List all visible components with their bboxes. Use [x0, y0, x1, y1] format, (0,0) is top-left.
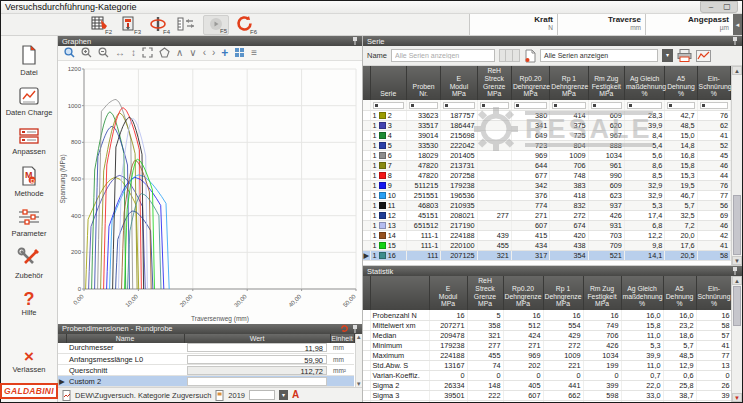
series-row-4[interactable]: 14390142156986497259678,415,041 [363, 130, 731, 140]
stress-strain-chart[interactable]: 0200400600800100012000,0010,0020,0030,00… [58, 61, 362, 324]
series-row-9[interactable]: 1951121517923834238360932,919,576 [363, 180, 731, 190]
column-filter[interactable] [667, 102, 694, 109]
stats-row-sigma-4[interactable]: Sigma 45266929780988379844,151,652 [363, 400, 731, 402]
stats-scrollbar[interactable]: ▲ ▼ [731, 276, 742, 402]
svg-text:50,00: 50,00 [342, 293, 357, 308]
column-filter[interactable] [552, 102, 585, 109]
grid-icon[interactable] [234, 47, 245, 60]
series-row-5[interactable]: 15335302220427238048885,414,852 [363, 140, 731, 150]
dimension-row-querschnitt[interactable]: Querschnitt112,72mm² [58, 365, 354, 376]
series-row-8[interactable]: 18478202072586777489908,515,344 [363, 170, 731, 180]
sidebar-item-parameter[interactable]: Parameter [1, 207, 57, 238]
series-row-12[interactable]: 1124515120802127727127242617,432,569 [363, 210, 731, 220]
dimensions-scrollbar[interactable]: ▲▼ [355, 334, 363, 388]
column-filter[interactable] [700, 102, 728, 109]
dimension-row-anfangsmesslänge-l0[interactable]: Anfangsmesslänge L059,90mm [58, 354, 354, 365]
sidebar-item-anpassen[interactable]: Anpassen [1, 127, 57, 156]
toolbar-button-F3[interactable]: F3 [116, 15, 142, 35]
filter-button-group[interactable] [499, 49, 520, 62]
toolbar-button-F5[interactable]: F5 [203, 15, 229, 35]
series-scope-dropdown[interactable]: Alle Serien anzeigen [540, 49, 658, 62]
dimension-value[interactable]: 59,90 [187, 355, 327, 364]
zoom-out-icon[interactable] [98, 47, 109, 60]
method-doc-icon: MD [19, 165, 39, 189]
stats-row-sigma-2[interactable]: Sigma 22633414840544139922,025,826 [363, 380, 731, 390]
series-row-16[interactable]: ▶11611120712532131735452114,120,558 [363, 250, 731, 260]
pan-horizontal-icon[interactable]: ↔ [115, 47, 125, 59]
series-row-3[interactable]: 133351718644734137562039,948,562 [363, 120, 731, 130]
stats-row-mittelwert-xm[interactable]: Mittelwert xm20727135851255474915,823,25… [363, 320, 731, 330]
file-status-icon [62, 390, 71, 401]
stats-row-maximum[interactable]: Maximum2241884559691009103439,948,577 [363, 350, 731, 360]
curve-report-icon[interactable] [696, 50, 711, 62]
series-color-swatch [379, 252, 386, 259]
series-row-14[interactable]: 114111-122418843941542070312,220,042 [363, 230, 731, 240]
sidebar-item-datei[interactable]: Datei [1, 44, 57, 77]
stats-row-sigma-3[interactable]: Sigma 33950122260766259833,038,739 [363, 390, 731, 400]
dimension-value[interactable]: 112,72 [187, 366, 327, 375]
series-row-10[interactable]: 11025155119653637641862332,946,777 [363, 190, 731, 200]
column-filter[interactable] [514, 102, 547, 109]
zoom-extents-icon[interactable] [142, 47, 153, 60]
left-icon[interactable]: ‹ [203, 47, 206, 59]
column-filter[interactable] [373, 102, 404, 109]
sidebar-item-zubehör[interactable]: Zubehör [1, 247, 57, 280]
column-filter[interactable] [409, 102, 438, 109]
dimension-row-durchmesser[interactable]: Durchmesser11,98mm [58, 343, 354, 354]
stats-row-median[interactable]: Median20947832142442970611,018,657 [363, 330, 731, 340]
stats-row-minimum[interactable]: Minimum1792382772712724265,35,741 [363, 340, 731, 350]
column-filter[interactable] [627, 102, 662, 109]
crosshair-icon[interactable]: + [221, 47, 228, 59]
column-filter[interactable] [443, 102, 474, 109]
quick-search-input[interactable] [249, 390, 275, 400]
series-row-2[interactable]: 123362318775738041460928,342,776 [363, 110, 731, 120]
open-file-path[interactable]: DEW\Zugversuch. Kategorie Zugversuch [75, 391, 211, 400]
minimize-button[interactable]: – [704, 2, 718, 12]
series-row-13[interactable]: 1136515122171906076749316,87,246 [363, 220, 731, 230]
zoom-icon[interactable] [64, 47, 75, 60]
stats-row-varian-koeffiz-[interactable]: Varian-Koeffiz.000000,70,60 [363, 370, 731, 380]
pin-icon[interactable] [352, 37, 358, 45]
series-row-15[interactable]: 115111-12201004554344387099,817,641 [363, 240, 731, 250]
up-icon[interactable]: ∧ [176, 47, 183, 59]
dimension-value[interactable] [187, 377, 327, 386]
dropdown-arrow-button[interactable]: ▾ [662, 49, 673, 62]
pin-icon[interactable] [732, 37, 738, 45]
sidebar-item-methode[interactable]: MDMethode [1, 165, 57, 198]
refresh-small-icon[interactable] [340, 324, 349, 333]
right-icon[interactable]: › [212, 47, 215, 59]
pin-icon[interactable] [352, 325, 358, 333]
new-series-icon[interactable] [524, 49, 536, 63]
dimension-value[interactable]: 11,98 [187, 343, 327, 352]
column-filter[interactable] [591, 102, 622, 109]
zoom-in-icon[interactable] [81, 47, 92, 60]
sidebar-item-verlassen[interactable]: × Verlassen [1, 349, 57, 374]
legend-icon[interactable]: ≡ [251, 47, 257, 59]
series-row-11[interactable]: 111468032109357748329375,35,756 [363, 200, 731, 210]
toolbar-button-F4[interactable]: F4 [145, 15, 171, 35]
series-row-6[interactable]: 1618029201405969100910345,616,845 [363, 150, 731, 160]
stats-row-probenzahl-n[interactable]: Probenzahl N16516161616,016,016 [363, 310, 731, 320]
year-label[interactable]: 2019 [228, 391, 245, 400]
restore-button[interactable]: ▢ [720, 2, 734, 12]
font-tool-icon[interactable]: A [292, 390, 299, 400]
print-icon[interactable] [677, 49, 692, 62]
toolbar-button-ruler[interactable] [174, 15, 200, 35]
collapse-panel-button[interactable]: ◂ [733, 14, 742, 35]
sidebar-item-hilfe[interactable]: ?Hilfe [1, 290, 57, 317]
quick-search-dropdown[interactable]: ▾ [279, 390, 288, 400]
toolbar-button-F6[interactable]: F6 [232, 15, 258, 35]
dimension-row-custom-2[interactable]: ▶Custom 2 [58, 376, 354, 387]
down-icon[interactable]: ∨ [189, 47, 196, 59]
toolbar-button-F2[interactable]: F2 [87, 15, 113, 35]
free-zoom-icon[interactable] [159, 47, 170, 60]
series-filter-input[interactable] [391, 49, 495, 62]
stats-row-std-abw-s[interactable]: Std.Abw. S131677420222119911,012,913 [363, 360, 731, 370]
series-row-7[interactable]: 17478202137316447069618,615,846 [363, 160, 731, 170]
sidebar-item-daten-charge[interactable]: Daten Charge [1, 86, 57, 117]
series-scrollbar[interactable]: ▲ ▼ [731, 66, 742, 265]
pan-vertical-icon[interactable]: ↕ [131, 47, 136, 59]
column-filter[interactable] [480, 102, 509, 109]
pin-icon[interactable] [732, 267, 738, 275]
year-doc-icon [215, 390, 224, 401]
